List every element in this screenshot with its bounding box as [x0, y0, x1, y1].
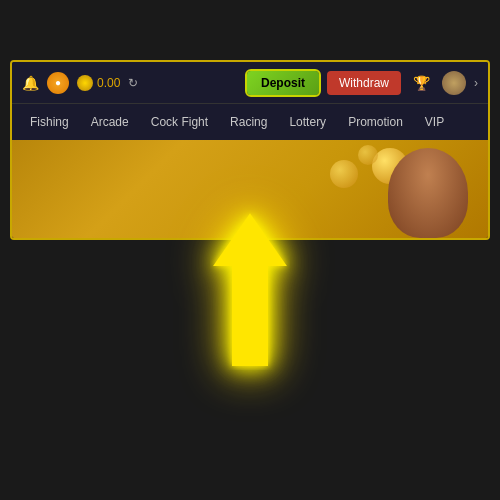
- chevron-right-icon: ›: [474, 76, 478, 90]
- balance-value: 0.00: [97, 76, 120, 90]
- nav-item-racing[interactable]: Racing: [220, 109, 277, 135]
- coin-decoration-2: [330, 160, 358, 188]
- app-wrapper: 🔔 ● 0.00 ↻ Deposit Withdraw 🏆 › Fishing …: [0, 0, 500, 500]
- withdraw-button[interactable]: Withdraw: [327, 71, 401, 95]
- avatar[interactable]: [442, 71, 466, 95]
- arrow-indicator: [210, 210, 290, 370]
- trophy-icon: 🏆: [413, 75, 430, 91]
- nav-item-lottery[interactable]: Lottery: [279, 109, 336, 135]
- bell-icon[interactable]: 🔔: [22, 75, 39, 91]
- header-bar: 🔔 ● 0.00 ↻ Deposit Withdraw 🏆 ›: [12, 62, 488, 104]
- nav-item-fishing[interactable]: Fishing: [20, 109, 79, 135]
- nav-item-arcade[interactable]: Arcade: [81, 109, 139, 135]
- coin-decoration-3: [358, 145, 378, 165]
- balance-area: 0.00: [77, 75, 120, 91]
- arrow-svg: [210, 210, 290, 370]
- nav-item-promotion[interactable]: Promotion: [338, 109, 413, 135]
- nav-item-cock-fight[interactable]: Cock Fight: [141, 109, 218, 135]
- nav-item-vip[interactable]: VIP: [415, 109, 454, 135]
- user-level-badge: ●: [47, 72, 69, 94]
- nav-bar: Fishing Arcade Cock Fight Racing Lottery…: [12, 104, 488, 140]
- arrow-shape: [215, 215, 285, 365]
- coin-icon: [77, 75, 93, 91]
- deposit-button[interactable]: Deposit: [247, 71, 319, 95]
- refresh-icon[interactable]: ↻: [128, 76, 138, 90]
- character-silhouette: [388, 148, 468, 238]
